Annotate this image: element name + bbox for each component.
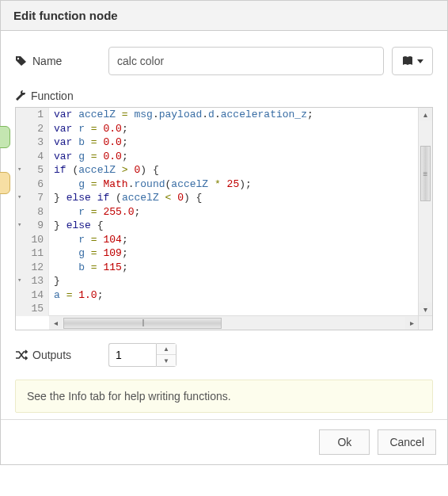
scroll-left-arrow[interactable]: ◂	[49, 317, 62, 330]
function-label-text: Function	[31, 90, 74, 102]
code-line[interactable]: a = 1.0;	[49, 288, 418, 303]
scroll-corner	[418, 315, 432, 330]
code-line[interactable]: if (accelZ > 0) {	[49, 163, 418, 177]
code-line[interactable]: r = 104;	[49, 233, 418, 247]
vertical-scrollbar[interactable]: ▴ ▾	[418, 108, 432, 315]
gutter-line: 7	[16, 191, 48, 205]
code-editor[interactable]: 123456789101112131415 var accelZ = msg.p…	[15, 107, 433, 330]
book-icon	[401, 55, 414, 67]
outputs-decrement[interactable]: ▼	[157, 355, 176, 366]
caret-down-icon	[417, 59, 423, 63]
code-line[interactable]: var g = 0.0;	[49, 150, 418, 164]
dialog-title: Edit function node	[1, 1, 447, 31]
name-label-text: Name	[32, 55, 62, 67]
code-line[interactable]	[49, 302, 418, 316]
gutter-line: 15	[16, 302, 48, 316]
tag-icon	[15, 55, 28, 67]
vertical-scroll-thumb[interactable]	[420, 146, 431, 201]
gutter-line: 10	[16, 233, 48, 247]
dialog-footer: Ok Cancel	[1, 419, 447, 464]
code-line[interactable]: var accelZ = msg.payload.d.acceleration_…	[49, 108, 418, 122]
outputs-increment[interactable]: ▲	[157, 344, 176, 355]
code-line[interactable]: r = 255.0;	[49, 205, 418, 219]
ok-button[interactable]: Ok	[319, 429, 370, 455]
scroll-up-arrow[interactable]: ▴	[419, 108, 432, 120]
gutter-line: 12	[16, 261, 48, 275]
function-label: Function	[15, 90, 108, 102]
outputs-spinner[interactable]: ▲ ▼	[108, 343, 181, 367]
code-line[interactable]: } else {	[49, 219, 418, 233]
horizontal-scroll-thumb[interactable]	[63, 318, 222, 329]
editor-gutter: 123456789101112131415	[16, 108, 49, 316]
code-line[interactable]: var b = 0.0;	[49, 135, 418, 150]
gutter-line: 6	[16, 177, 48, 192]
shuffle-icon	[15, 349, 28, 361]
code-line[interactable]: var r = 0.0;	[49, 122, 418, 136]
code-line[interactable]: }	[49, 274, 418, 288]
gutter-line: 9	[16, 219, 48, 233]
library-button[interactable]	[392, 47, 433, 75]
wrench-icon	[15, 90, 26, 101]
gutter-line: 2	[16, 122, 48, 136]
gutter-line: 5	[16, 163, 48, 177]
info-tip: See the Info tab for help writing functi…	[15, 380, 433, 413]
cancel-button[interactable]: Cancel	[378, 429, 436, 455]
gutter-line: 4	[16, 150, 48, 164]
gutter-line: 14	[16, 288, 48, 303]
name-input[interactable]	[108, 47, 384, 75]
gutter-line: 13	[16, 274, 48, 288]
gutter-line: 1	[16, 108, 48, 122]
outputs-input[interactable]	[108, 343, 156, 367]
outputs-row: Outputs ▲ ▼	[15, 343, 433, 367]
gutter-line: 11	[16, 246, 48, 261]
code-line[interactable]: b = 115;	[49, 261, 418, 275]
code-line[interactable]: } else if (accelZ < 0) {	[49, 191, 418, 205]
svg-point-0	[17, 58, 19, 59]
code-line[interactable]: g = 109;	[49, 246, 418, 261]
outputs-label-text: Outputs	[32, 349, 71, 361]
name-row: Name	[15, 47, 433, 75]
editor-code-area[interactable]: var accelZ = msg.payload.d.acceleration_…	[49, 108, 418, 316]
scroll-right-arrow[interactable]: ▸	[405, 317, 418, 330]
edit-function-dialog: Edit function node Name Function 1234567…	[0, 0, 448, 465]
gutter-line: 8	[16, 205, 48, 219]
gutter-line: 3	[16, 135, 48, 150]
scroll-down-arrow[interactable]: ▾	[419, 303, 432, 315]
outputs-label: Outputs	[15, 349, 108, 361]
code-line[interactable]: g = Math.round(accelZ * 25);	[49, 177, 418, 192]
horizontal-scrollbar[interactable]: ◂ ▸	[49, 315, 418, 330]
name-label: Name	[15, 55, 108, 67]
